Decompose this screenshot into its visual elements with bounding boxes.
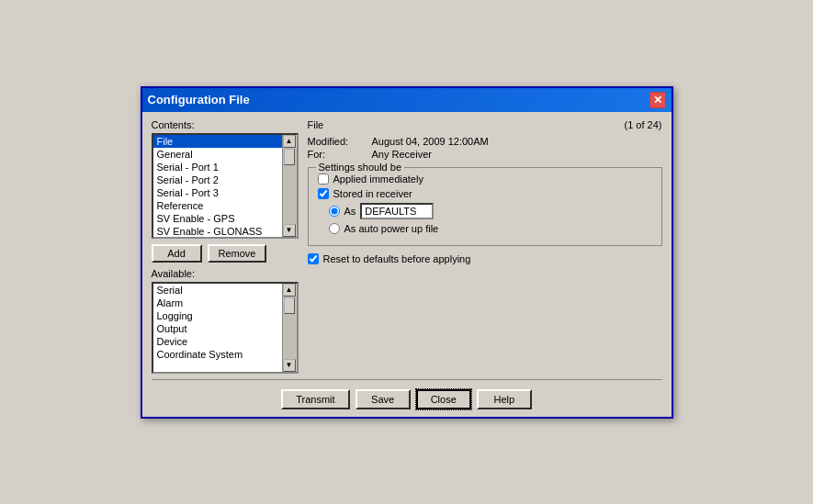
remove-button[interactable]: Remove xyxy=(208,244,267,263)
dialog-title: Configuration File xyxy=(148,93,250,106)
right-header: File (1 of 24) xyxy=(308,119,662,130)
list-item[interactable]: Serial - Port 1 xyxy=(153,161,282,174)
avail-scroll-thumb[interactable] xyxy=(284,297,295,314)
list-item[interactable]: Serial - Port 3 xyxy=(153,186,282,199)
scroll-down-arrow[interactable]: ▼ xyxy=(283,224,296,237)
as-radio[interactable] xyxy=(329,206,340,217)
as-label: As xyxy=(344,206,356,217)
for-label: For: xyxy=(308,149,363,160)
bottom-buttons: Transmit Save Close Help xyxy=(152,386,662,409)
group-title: Settings should be xyxy=(316,162,405,173)
stored-in-receiver-label: Stored in receiver xyxy=(333,188,412,199)
contents-scrollbar[interactable]: ▲ ▼ xyxy=(282,135,297,237)
configuration-file-dialog: Configuration File ✕ Contents: File Gene… xyxy=(141,86,673,419)
for-value: Any Receiver xyxy=(372,149,432,160)
close-x-button[interactable]: ✕ xyxy=(649,92,666,108)
for-row: For: Any Receiver xyxy=(308,149,662,160)
list-item[interactable]: Serial - Port 2 xyxy=(153,174,282,186)
right-panel: File (1 of 24) Modified: August 04, 2009… xyxy=(308,119,662,374)
list-item[interactable]: Serial xyxy=(153,284,282,297)
list-item[interactable]: Alarm xyxy=(153,297,282,309)
modified-row: Modified: August 04, 2009 12:00AM xyxy=(308,136,662,147)
as-auto-label: As auto power up file xyxy=(344,223,439,234)
as-auto-radio[interactable] xyxy=(329,223,340,234)
contents-label: Contents: xyxy=(152,119,299,130)
dialog-body: Contents: File General Serial - Port 1 S… xyxy=(142,112,672,417)
available-listbox[interactable]: Serial Alarm Logging Output Device Coord… xyxy=(152,282,299,374)
list-item[interactable]: SV Enable - GLONASS xyxy=(153,225,282,237)
close-button[interactable]: Close xyxy=(416,389,471,409)
scroll-track xyxy=(283,148,297,224)
applied-immediately-row: Applied immediately xyxy=(318,174,652,185)
available-label: Available: xyxy=(152,268,299,279)
scroll-up-arrow[interactable]: ▲ xyxy=(283,135,296,148)
list-item[interactable]: General xyxy=(153,148,282,161)
applied-immediately-label: Applied immediately xyxy=(333,174,423,185)
left-panel: Contents: File General Serial - Port 1 S… xyxy=(152,119,299,374)
contents-list-inner: File General Serial - Port 1 Serial - Po… xyxy=(153,135,282,237)
file-section-label: File xyxy=(308,119,324,130)
as-auto-radio-row: As auto power up file xyxy=(329,223,652,234)
list-item[interactable]: File xyxy=(153,135,282,148)
title-bar: Configuration File ✕ xyxy=(142,88,672,112)
add-button[interactable]: Add xyxy=(152,244,202,263)
list-item[interactable]: Reference xyxy=(153,199,282,212)
avail-scroll-track xyxy=(283,297,297,359)
list-item[interactable]: Device xyxy=(153,335,282,348)
stored-in-receiver-checkbox[interactable] xyxy=(318,188,329,199)
applied-immediately-checkbox[interactable] xyxy=(318,174,329,185)
save-button[interactable]: Save xyxy=(356,389,411,409)
info-section: Modified: August 04, 2009 12:00AM For: A… xyxy=(308,136,662,160)
file-counter: (1 of 24) xyxy=(625,119,662,130)
as-text-input[interactable] xyxy=(360,203,434,219)
list-item[interactable]: SV Enable - GPS xyxy=(153,212,282,225)
modified-value: August 04, 2009 12:00AM xyxy=(372,136,489,147)
avail-scroll-up[interactable]: ▲ xyxy=(283,284,296,297)
reset-checkbox[interactable] xyxy=(308,253,319,264)
top-row: Contents: File General Serial - Port 1 S… xyxy=(152,119,662,374)
help-button[interactable]: Help xyxy=(477,389,532,409)
transmit-button[interactable]: Transmit xyxy=(281,389,349,409)
scroll-thumb[interactable] xyxy=(284,149,295,165)
as-radio-row: As xyxy=(329,203,652,219)
list-item[interactable]: Coordinate System xyxy=(153,348,282,361)
divider xyxy=(152,379,662,380)
available-list-inner: Serial Alarm Logging Output Device Coord… xyxy=(153,284,282,372)
settings-group: Settings should be Applied immediately S… xyxy=(308,167,662,246)
stored-in-receiver-row: Stored in receiver xyxy=(318,188,652,199)
list-item[interactable]: Output xyxy=(153,322,282,335)
modified-label: Modified: xyxy=(308,136,363,147)
reset-label: Reset to defaults before applying xyxy=(323,253,471,264)
reset-row: Reset to defaults before applying xyxy=(308,253,662,264)
contents-listbox[interactable]: File General Serial - Port 1 Serial - Po… xyxy=(152,133,299,239)
available-scrollbar[interactable]: ▲ ▼ xyxy=(282,284,297,372)
avail-scroll-down[interactable]: ▼ xyxy=(283,359,296,372)
add-remove-row: Add Remove xyxy=(152,244,299,263)
list-item[interactable]: Logging xyxy=(153,309,282,322)
